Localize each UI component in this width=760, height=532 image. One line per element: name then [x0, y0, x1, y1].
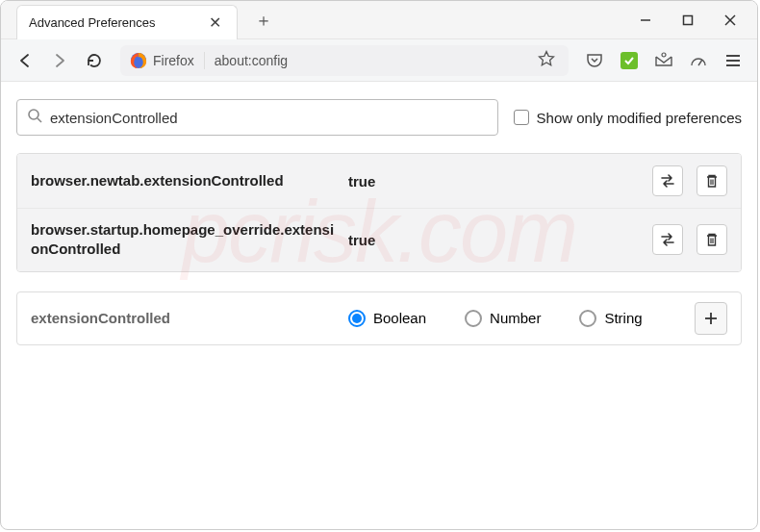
checkbox-icon	[514, 110, 529, 125]
dashboard-icon	[689, 52, 708, 69]
bookmark-button[interactable]	[534, 50, 559, 71]
pref-row: browser.startup.homepage_override.extens…	[17, 208, 741, 271]
search-icon	[27, 108, 42, 127]
star-icon	[538, 50, 555, 67]
trash-icon	[704, 173, 720, 189]
new-tab-button[interactable]: ＋	[249, 6, 278, 35]
type-radio-group: Boolean Number String	[348, 310, 695, 327]
type-string-radio[interactable]: String	[579, 310, 642, 327]
type-number-radio[interactable]: Number	[465, 310, 541, 327]
browser-tab[interactable]: Advanced Preferences ✕	[16, 5, 238, 39]
extension-button[interactable]	[615, 46, 644, 75]
modified-only-toggle[interactable]: Show only modified preferences	[514, 110, 742, 126]
pocket-icon	[586, 52, 603, 69]
type-boolean-radio[interactable]: Boolean	[348, 310, 426, 327]
trash-icon	[704, 232, 720, 247]
search-box[interactable]	[16, 99, 498, 136]
checkbox-label: Show only modified preferences	[537, 110, 742, 126]
window-controls	[624, 1, 757, 39]
forward-button[interactable]	[45, 46, 74, 75]
inbox-button[interactable]	[649, 46, 678, 75]
pocket-button[interactable]	[580, 46, 609, 75]
results-list: browser.newtab.extensionControlled true …	[16, 153, 742, 272]
extension-icon	[621, 52, 638, 69]
pref-value: true	[348, 173, 652, 190]
radio-label: Boolean	[373, 310, 426, 326]
maximize-icon	[682, 14, 694, 26]
radio-icon	[465, 310, 482, 327]
search-input[interactable]	[50, 110, 488, 126]
titlebar: Advanced Preferences ✕ ＋	[1, 1, 757, 39]
delete-button[interactable]	[697, 165, 727, 196]
plus-icon	[703, 311, 719, 326]
add-pref-button[interactable]	[695, 302, 727, 335]
profile-button[interactable]	[684, 46, 713, 75]
tab-title: Advanced Preferences	[29, 15, 195, 30]
toggle-button[interactable]	[652, 224, 683, 255]
maximize-button[interactable]	[667, 1, 709, 39]
delete-button[interactable]	[697, 224, 727, 255]
search-row: Show only modified preferences	[16, 99, 742, 136]
close-icon	[724, 14, 736, 26]
minimize-icon	[640, 14, 651, 26]
url-bar[interactable]: Firefox	[120, 45, 569, 76]
radio-icon	[579, 310, 596, 327]
reload-icon	[86, 52, 103, 69]
minimize-button[interactable]	[624, 1, 667, 39]
firefox-logo-icon	[130, 52, 147, 69]
pref-value: true	[348, 232, 652, 248]
inbox-icon	[654, 52, 673, 69]
url-input[interactable]	[205, 53, 534, 68]
swap-icon	[659, 172, 676, 190]
close-window-button[interactable]	[709, 1, 751, 39]
window-frame: Advanced Preferences ✕ ＋	[0, 0, 758, 530]
reload-button[interactable]	[80, 46, 109, 75]
arrow-right-icon	[51, 52, 68, 69]
pref-name: browser.startup.homepage_override.extens…	[31, 220, 339, 260]
add-pref-name: extensionControlled	[31, 310, 339, 326]
add-pref-row: extensionControlled Boolean Number Strin…	[16, 291, 742, 345]
row-actions	[652, 224, 727, 255]
radio-selected-icon	[348, 310, 366, 327]
pref-name: browser.newtab.extensionControlled	[31, 171, 339, 190]
svg-line-8	[38, 118, 41, 122]
toggle-button[interactable]	[652, 165, 683, 196]
app-menu-button[interactable]	[719, 46, 747, 75]
identity-label: Firefox	[153, 53, 194, 68]
swap-icon	[659, 231, 676, 248]
close-tab-button[interactable]: ✕	[205, 13, 225, 32]
svg-point-5	[662, 53, 666, 57]
row-actions	[652, 165, 727, 196]
arrow-left-icon	[16, 52, 34, 69]
content-area: Show only modified preferences browser.n…	[1, 82, 757, 363]
svg-rect-1	[684, 15, 693, 24]
svg-point-7	[29, 110, 38, 119]
radio-label: Number	[490, 310, 541, 326]
identity-box[interactable]: Firefox	[130, 52, 205, 69]
radio-label: String	[604, 310, 642, 326]
pref-row: browser.newtab.extensionControlled true	[17, 154, 741, 208]
navigation-toolbar: Firefox	[1, 39, 757, 82]
hamburger-icon	[726, 55, 740, 66]
svg-line-6	[698, 60, 702, 65]
back-button[interactable]	[11, 46, 39, 75]
